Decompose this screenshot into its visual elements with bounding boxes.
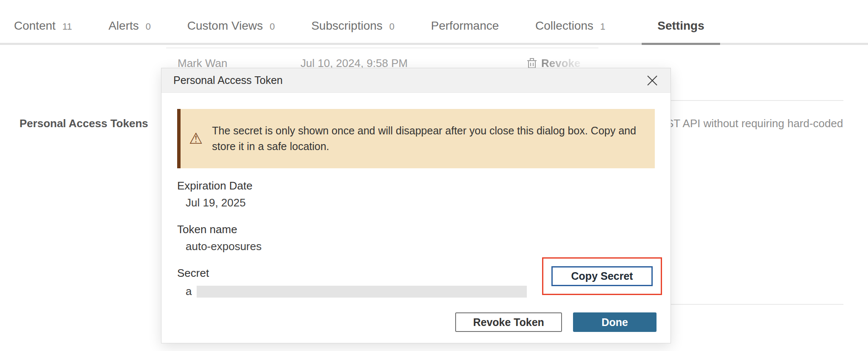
tab-count: 0 bbox=[270, 21, 275, 32]
tab-alerts[interactable]: Alerts 0 bbox=[108, 19, 151, 43]
copy-secret-button[interactable]: Copy Secret bbox=[551, 266, 653, 286]
secret-visible-char: a bbox=[186, 285, 192, 298]
warning-text: The secret is only shown once and will d… bbox=[212, 123, 642, 154]
expiration-date-value: Jul 19, 2025 bbox=[177, 196, 655, 209]
token-name-field: Token name auto-exposures bbox=[177, 223, 655, 253]
token-name-value: auto-exposures bbox=[177, 240, 655, 253]
tab-label: Content bbox=[14, 19, 56, 33]
tab-subscriptions[interactable]: Subscriptions 0 bbox=[311, 19, 394, 43]
section-label-personal-access-tokens: Personal Access Tokens bbox=[19, 117, 148, 130]
token-name-label: Token name bbox=[177, 223, 655, 236]
dialog-footer: Revoke Token Done bbox=[455, 312, 657, 332]
dialog-title: Personal Access Token bbox=[173, 74, 283, 86]
revoke-token-button[interactable]: Revoke Token bbox=[455, 312, 562, 332]
tab-label: Subscriptions bbox=[311, 19, 382, 33]
expiration-date-label: Expiration Date bbox=[177, 179, 655, 192]
tab-count: 0 bbox=[389, 21, 395, 32]
copy-secret-highlight: Copy Secret bbox=[542, 257, 662, 295]
dialog-header: Personal Access Token bbox=[161, 68, 670, 93]
tab-label: Custom Views bbox=[187, 19, 263, 33]
tab-label: Performance bbox=[431, 19, 499, 33]
expiration-date-field: Expiration Date Jul 19, 2025 bbox=[177, 179, 655, 209]
tab-label: Settings bbox=[657, 19, 704, 33]
background-description-text: ST API without requiring hard-coded bbox=[666, 117, 843, 130]
tab-count: 1 bbox=[600, 21, 605, 32]
close-icon[interactable] bbox=[645, 73, 659, 88]
tab-content[interactable]: Content 11 bbox=[14, 19, 72, 43]
warning-icon: ⚠ bbox=[189, 131, 203, 146]
tab-count: 11 bbox=[62, 21, 72, 32]
tab-performance[interactable]: Performance bbox=[431, 19, 499, 43]
tab-collections[interactable]: Collections 1 bbox=[535, 19, 605, 43]
tab-custom-views[interactable]: Custom Views 0 bbox=[187, 19, 275, 43]
secret-redacted-bar bbox=[197, 286, 527, 298]
tab-bar: Content 11 Alerts 0 Custom Views 0 Subsc… bbox=[0, 0, 868, 45]
warning-banner: ⚠ The secret is only shown once and will… bbox=[177, 109, 655, 168]
tab-label: Collections bbox=[535, 19, 593, 33]
personal-access-token-dialog: Personal Access Token ⚠ The secret is on… bbox=[161, 68, 671, 343]
active-tab-underline bbox=[642, 43, 720, 45]
background-table-divider bbox=[166, 47, 598, 48]
tab-label: Alerts bbox=[108, 19, 139, 33]
tab-count: 0 bbox=[146, 21, 151, 32]
tab-settings[interactable]: Settings bbox=[642, 19, 720, 43]
done-button[interactable]: Done bbox=[573, 312, 657, 332]
